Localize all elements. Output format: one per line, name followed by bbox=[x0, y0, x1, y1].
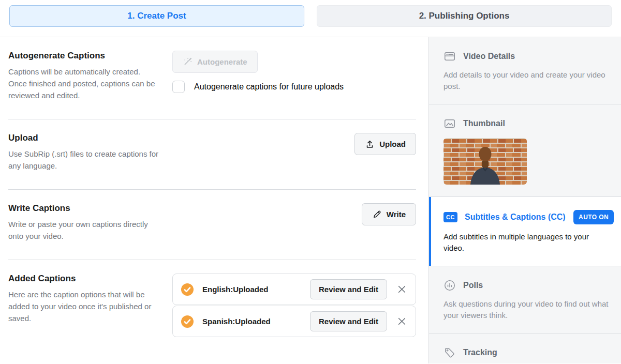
remove-caption-button[interactable] bbox=[396, 316, 407, 327]
sidebar-item-description: Ask questions during your video to find … bbox=[443, 298, 614, 321]
upload-title: Upload bbox=[8, 133, 160, 143]
close-icon bbox=[397, 317, 406, 326]
review-and-edit-button[interactable]: Review and Edit bbox=[310, 279, 387, 299]
sidebar-item-title: Thumbnail bbox=[463, 119, 505, 128]
upload-button-label: Upload bbox=[379, 140, 406, 148]
write-captions-title: Write Captions bbox=[8, 203, 160, 214]
caption-row-english: English:Uploaded Review and Edit bbox=[172, 274, 416, 305]
sidebar-item-description: Add subtitles in multiple languages to y… bbox=[443, 231, 614, 254]
write-button-label: Write bbox=[387, 210, 406, 219]
video-details-icon bbox=[443, 50, 456, 63]
section-autogenerate-captions: Autogenerate Captions Captions will be a… bbox=[8, 37, 416, 119]
magic-wand-icon bbox=[183, 57, 193, 67]
tab-create-post[interactable]: 1. Create Post bbox=[9, 5, 304, 27]
autogenerate-future-uploads-label: Autogenerate captions for future uploads bbox=[194, 82, 344, 92]
upload-button[interactable]: Upload bbox=[354, 133, 416, 155]
tab-publishing-options[interactable]: 2. Publishing Options bbox=[317, 5, 612, 27]
caption-label: English:Uploaded bbox=[202, 285, 269, 294]
thumbnail-image bbox=[443, 138, 527, 185]
added-captions-list: English:Uploaded Review and Edit bbox=[172, 274, 416, 337]
autogenerate-future-uploads-checkbox[interactable] bbox=[172, 81, 185, 93]
sidebar-item-subtitles-captions[interactable]: CC Subtitles & Captions (CC) AUTO ON Add… bbox=[429, 197, 621, 266]
write-button[interactable]: Write bbox=[362, 203, 416, 225]
sidebar-item-title: Subtitles & Captions (CC) bbox=[465, 213, 566, 222]
autogenerate-button[interactable]: Autogenerate bbox=[172, 51, 258, 73]
autogenerate-button-label: Autogenerate bbox=[197, 57, 247, 66]
review-and-edit-button[interactable]: Review and Edit bbox=[310, 311, 387, 331]
autogenerate-future-uploads-option: Autogenerate captions for future uploads bbox=[172, 81, 344, 93]
cc-icon: CC bbox=[443, 212, 457, 222]
section-upload: Upload Use SubRip (.srt) files to create… bbox=[8, 119, 416, 189]
sidebar-item-tracking[interactable]: Tracking Add labels to help you manage a… bbox=[429, 333, 621, 364]
autogenerate-description: Captions will be automatically created. … bbox=[8, 66, 160, 101]
section-write-captions: Write Captions Write or paste your own c… bbox=[8, 189, 416, 260]
video-options-sidebar: Video Details Add details to your video … bbox=[428, 37, 621, 363]
added-captions-title: Added Captions bbox=[8, 274, 160, 284]
sidebar-item-polls[interactable]: Polls Ask questions during your video to… bbox=[429, 266, 621, 333]
sidebar-item-description: Add details to your video and create you… bbox=[443, 69, 614, 92]
section-added-captions: Added Captions Here are the caption opti… bbox=[8, 260, 416, 355]
autogenerate-title: Autogenerate Captions bbox=[8, 51, 160, 61]
added-captions-description: Here are the caption options that will b… bbox=[8, 289, 160, 324]
upload-description: Use SubRip (.srt) files to create captio… bbox=[8, 148, 160, 172]
poll-icon bbox=[443, 279, 456, 292]
auto-on-badge[interactable]: AUTO ON bbox=[573, 210, 614, 224]
sidebar-item-title: Polls bbox=[463, 281, 483, 290]
remove-caption-button[interactable] bbox=[396, 284, 407, 295]
tag-icon bbox=[443, 346, 456, 359]
image-icon bbox=[443, 117, 456, 130]
create-post-panel: Autogenerate Captions Captions will be a… bbox=[0, 37, 428, 363]
sidebar-item-video-details[interactable]: Video Details Add details to your video … bbox=[429, 37, 621, 104]
sidebar-item-thumbnail[interactable]: Thumbnail bbox=[429, 104, 621, 197]
pencil-icon bbox=[372, 209, 382, 219]
check-circle-icon bbox=[181, 315, 194, 328]
check-circle-icon bbox=[181, 283, 194, 296]
step-tabs: 1. Create Post 2. Publishing Options bbox=[0, 0, 621, 37]
write-captions-description: Write or paste your own captions directl… bbox=[8, 218, 160, 242]
caption-label: Spanish:Uploaded bbox=[202, 317, 271, 326]
caption-row-spanish: Spanish:Uploaded Review and Edit bbox=[172, 306, 416, 337]
sidebar-item-title: Tracking bbox=[463, 348, 497, 357]
sidebar-item-title: Video Details bbox=[463, 52, 515, 61]
upload-icon bbox=[365, 139, 375, 149]
close-icon bbox=[397, 285, 406, 294]
